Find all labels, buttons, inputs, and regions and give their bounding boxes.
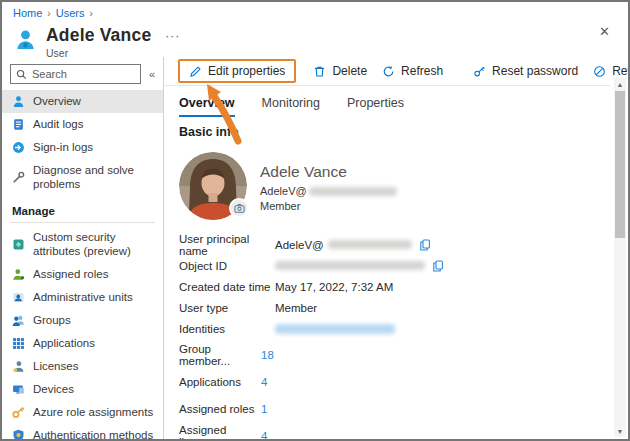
refresh-button[interactable]: Refresh	[382, 64, 443, 78]
stat-assigned-roles: Assigned roles 1	[179, 395, 274, 422]
tab-properties[interactable]: Properties	[347, 96, 404, 117]
delete-button[interactable]: Delete	[313, 64, 367, 78]
tab-bar: Overview Monitoring Properties	[179, 96, 404, 117]
page-title: Adele Vance	[46, 25, 151, 46]
stat-assigned-licenses: Assigned licens... 4	[179, 422, 274, 441]
scrollbar-down-icon[interactable]: ▼	[614, 425, 626, 437]
vertical-scrollbar[interactable]: ▲ ▼	[614, 78, 626, 437]
copy-icon[interactable]	[419, 239, 431, 251]
sidebar-item-overview[interactable]: Overview	[2, 90, 163, 113]
reset-password-key-icon	[473, 65, 486, 78]
sidebar-collapse-icon[interactable]: «	[147, 68, 157, 80]
profile-member-type: Member	[260, 200, 397, 212]
azure-user-profile-panel: Home › Users › ✕ Adele Vance ··· User Se…	[0, 0, 630, 441]
sidebar-item-audit-logs[interactable]: Audit logs	[2, 113, 163, 136]
assigned-roles-count-link[interactable]: 1	[261, 403, 267, 415]
sidebar-nav: Overview Audit logs Sign-in logs Diagnos…	[2, 90, 163, 439]
tab-overview[interactable]: Overview	[179, 96, 235, 117]
signin-logs-icon	[12, 141, 25, 154]
sidebar-section-manage: Manage	[2, 196, 163, 222]
group-memberships-count-link[interactable]: 18	[261, 349, 274, 361]
stat-applications: Applications 4	[179, 368, 274, 395]
summary-stats: Group member... 18 Applications 4 Assign…	[179, 341, 274, 441]
refresh-icon	[382, 65, 395, 78]
person-role-icon	[12, 268, 25, 281]
admin-units-icon	[12, 291, 25, 304]
pencil-icon	[189, 65, 202, 78]
sidebar-divider	[10, 222, 155, 223]
trash-icon	[313, 65, 326, 78]
profile-name: Adele Vance	[260, 163, 397, 181]
copy-icon[interactable]	[432, 260, 444, 272]
change-photo-camera-icon[interactable]	[229, 198, 249, 218]
user-person-icon	[14, 25, 37, 59]
profile-upn-prefix: AdeleV@	[260, 185, 307, 197]
sidebar-item-authentication-methods[interactable]: Authentication methods	[2, 424, 163, 440]
sidebar-item-diagnose[interactable]: Diagnose and solve problems	[2, 159, 163, 196]
applications-count-link[interactable]: 4	[261, 376, 267, 388]
basic-info-fields: User principal name AdeleV@ Object ID Cr…	[179, 234, 444, 339]
applications-grid-icon	[12, 337, 25, 350]
field-object-id: Object ID	[179, 255, 444, 276]
field-created-date: Created date time May 17, 2022, 7:32 AM	[179, 276, 444, 297]
redacted-upn-domain	[328, 240, 412, 249]
shield-icon	[12, 429, 25, 440]
license-person-icon	[12, 360, 25, 373]
sidebar: Search « Overview Audit logs Sign-in log…	[2, 57, 164, 439]
profile-card: Adele Vance AdeleV@ Member	[179, 152, 397, 220]
overview-person-icon	[12, 95, 25, 108]
edit-properties-button[interactable]: Edit properties	[178, 59, 296, 83]
redacted-domain	[309, 187, 397, 196]
groups-icon	[12, 314, 25, 327]
search-placeholder: Search	[32, 68, 67, 80]
reset-password-button[interactable]: Reset password	[473, 64, 578, 78]
basic-info-title: Basic info	[179, 125, 239, 139]
sidebar-item-licenses[interactable]: Licenses	[2, 355, 163, 378]
toolbar: Edit properties Delete Refresh Reset pas…	[165, 57, 610, 86]
breadcrumb-separator: ›	[47, 8, 50, 19]
avatar	[179, 152, 247, 220]
audit-logs-icon	[12, 118, 25, 131]
field-identities: Identities	[179, 318, 444, 339]
stat-group-memberships: Group member... 18	[179, 341, 274, 368]
breadcrumb-separator: ›	[89, 8, 92, 19]
sidebar-item-assigned-roles[interactable]: Assigned roles	[2, 263, 163, 286]
redacted-object-id	[275, 261, 425, 270]
content-pane: Edit properties Delete Refresh Reset pas…	[165, 57, 628, 439]
sidebar-item-groups[interactable]: Groups	[2, 309, 163, 332]
key-icon	[12, 406, 25, 419]
sidebar-item-signin-logs[interactable]: Sign-in logs	[2, 136, 163, 159]
close-icon[interactable]: ✕	[599, 25, 610, 38]
breadcrumb-users[interactable]: Users	[56, 7, 85, 19]
field-user-type: User type Member	[179, 297, 444, 318]
revoke-sessions-button[interactable]: Revoke sessions	[593, 64, 630, 78]
tab-monitoring[interactable]: Monitoring	[262, 96, 320, 117]
redacted-identities-link[interactable]	[275, 324, 395, 334]
search-icon	[16, 69, 27, 80]
scrollbar-thumb[interactable]	[615, 91, 625, 238]
sidebar-item-azure-role-assignments[interactable]: Azure role assignments	[2, 401, 163, 424]
upn-value-prefix: AdeleV@	[275, 239, 324, 251]
breadcrumb: Home › Users ›	[13, 7, 93, 19]
sidebar-search-input[interactable]: Search	[10, 64, 141, 84]
scrollbar-up-icon[interactable]: ▲	[614, 78, 626, 90]
wrench-icon	[12, 171, 25, 184]
sidebar-item-custom-security-attributes[interactable]: Custom security attributes (preview)	[2, 226, 163, 263]
sidebar-item-applications[interactable]: Applications	[2, 332, 163, 355]
security-attributes-icon	[12, 238, 25, 251]
page-header: Adele Vance ··· User	[14, 25, 180, 59]
sidebar-item-administrative-units[interactable]: Administrative units	[2, 286, 163, 309]
assigned-licenses-count-link[interactable]: 4	[261, 430, 267, 441]
title-more-icon[interactable]: ···	[165, 29, 180, 43]
sidebar-item-devices[interactable]: Devices	[2, 378, 163, 401]
field-user-principal-name: User principal name AdeleV@	[179, 234, 444, 255]
devices-monitor-icon	[12, 383, 25, 396]
block-icon	[593, 65, 606, 78]
breadcrumb-home[interactable]: Home	[13, 7, 42, 19]
